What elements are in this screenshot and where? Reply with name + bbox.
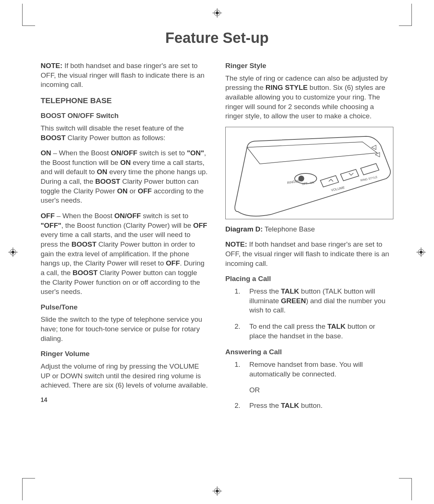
svg-text:ON: ON [310, 181, 315, 185]
boost-off-desc: OFF – When the Boost ON/OFF switch is se… [41, 211, 209, 297]
registration-mark-icon [212, 486, 222, 496]
svg-text:VOLUME: VOLUME [331, 186, 345, 192]
diagram-d-telephone-base: RINGER OFF ON VOLUME RING STYLE [225, 127, 393, 219]
crop-mark [399, 478, 412, 500]
svg-text:RINGER: RINGER [287, 179, 300, 185]
registration-mark-icon [212, 8, 222, 18]
registration-mark-icon [8, 247, 18, 257]
boost-desc: This switch will disable the reset featu… [41, 124, 209, 142]
crop-mark [22, 478, 35, 500]
crop-mark [399, 4, 412, 26]
ringer-style-desc: The style of ring or cadence can also be… [225, 74, 393, 121]
or-text: OR [249, 385, 393, 395]
placing-call-heading: Placing a Call [225, 274, 393, 284]
placing-call-list: 1.Press the TALK button (TALK button wil… [225, 287, 393, 341]
crop-mark [22, 4, 35, 26]
columns: NOTE: If both handset and base ringer's … [41, 61, 393, 417]
left-column: NOTE: If both handset and base ringer's … [41, 61, 209, 417]
note-text: NOTE: If both handset and base ringer's … [41, 61, 209, 89]
list-item: 1.Press the TALK button (TALK button wil… [240, 287, 393, 315]
telephone-base-heading: TELEPHONE BASE [41, 95, 209, 106]
note-text-2: NOTE: If both handset and base ringer's … [225, 240, 393, 268]
ringer-volume-desc: Adjust the volume of ring by pressing th… [41, 362, 209, 390]
list-item: 2.Press the TALK button. [240, 401, 393, 410]
answering-call-list-2: 2.Press the TALK button. [225, 401, 393, 410]
ringer-style-heading: Ringer Style [225, 61, 393, 71]
right-column: Ringer Style The style of ring or cadenc… [225, 61, 393, 417]
pulse-tone-desc: Slide the switch to the type of telephon… [41, 315, 209, 343]
svg-text:RING STYLE: RING STYLE [360, 175, 378, 182]
boost-on-desc: ON – When the Boost ON/OFF switch is set… [41, 148, 209, 205]
list-item: 1.Remove handset from base. You will aut… [240, 360, 393, 379]
registration-mark-icon [416, 247, 426, 257]
boost-switch-heading: BOOST ON/OFF Switch [41, 111, 209, 121]
pulse-tone-heading: Pulse/Tone [41, 302, 209, 312]
phone-base-illustration-icon: RINGER OFF ON VOLUME RING STYLE [226, 127, 393, 219]
svg-text:OFF: OFF [301, 182, 308, 186]
page-content: Feature Set-up NOTE: If both handset and… [41, 30, 393, 471]
answering-call-heading: Answering a Call [225, 347, 393, 357]
list-item: 2.To end the call press the TALK button … [240, 322, 393, 341]
page-title: Feature Set-up [41, 30, 393, 46]
ringer-volume-heading: Ringer Volume [41, 349, 209, 359]
diagram-caption: Diagram D: Telephone Base [225, 224, 393, 234]
page-number: 14 [41, 396, 209, 404]
answering-call-list: 1.Remove handset from base. You will aut… [225, 360, 393, 379]
